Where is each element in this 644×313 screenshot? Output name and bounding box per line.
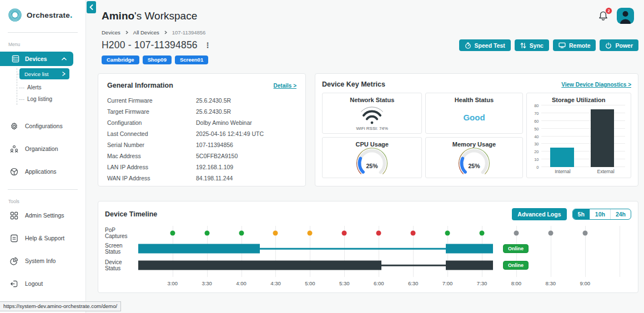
sidebar-item-label: Logout (25, 280, 43, 287)
notifications-button[interactable]: 2 (597, 10, 609, 22)
remote-button[interactable]: Remote (553, 39, 596, 51)
range-tab-5h[interactable]: 5h (573, 209, 590, 219)
gridline (541, 105, 626, 105)
pop-capture-dot-red[interactable] (411, 231, 416, 236)
device-key-metrics-card: Device Key Metrics View Device Diagnosti… (315, 73, 638, 186)
subcard-title: Network Status (350, 97, 394, 103)
info-row: Current Firmware25.6.2430.5R (107, 95, 296, 106)
info-label: Current Firmware (107, 97, 196, 104)
power-button[interactable]: Power (600, 39, 638, 51)
breadcrumb-all-devices[interactable]: All Devices (133, 29, 159, 36)
sidebar-item-system-info[interactable]: System Info (0, 254, 85, 267)
x-tick-label: Internal (541, 169, 585, 174)
sidebar-item-applications[interactable]: Applications (0, 165, 85, 178)
pop-capture-dot-gray[interactable] (582, 231, 587, 236)
row-label: Screen Status (105, 243, 138, 255)
chevron-right-icon (164, 31, 167, 34)
info-value: 25.6.2430.5R (196, 97, 231, 104)
sub-item-label: Log listing (27, 96, 52, 102)
view-device-diagnostics-link[interactable]: View Device Diagnostics > (561, 82, 631, 88)
grid-icon (9, 211, 18, 220)
info-label: Configuration (107, 119, 196, 126)
tools-section-label: Tools (8, 199, 85, 204)
sidebar-item-label: Devices (25, 55, 56, 62)
user-avatar-icon (617, 8, 634, 24)
storage-utilization-card: Storage Utilization 01020304050607080 In… (526, 93, 632, 178)
button-label: Sync (530, 42, 544, 49)
info-row: WAN IP Address84.198.11.244 (107, 173, 296, 184)
row-label: Device Status (105, 259, 138, 271)
sidebar-item-organization[interactable]: Organization (0, 142, 85, 155)
pop-capture-dot-amber[interactable] (308, 231, 313, 236)
sidebar-item-help-support[interactable]: Help & Support (0, 231, 85, 245)
sidebar-item-log-listing[interactable]: Log listing (19, 93, 85, 105)
y-tick-label: 30 (534, 142, 539, 147)
device-actions: Speed Test Sync Remote Power (459, 39, 638, 51)
time-tick-label: 7:30 (477, 280, 487, 286)
sidebar-item-label: System Info (25, 258, 56, 264)
chevron-up-icon (62, 57, 67, 60)
info-value: 84.198.11.244 (196, 175, 233, 181)
cpu-gauge: 25% (342, 148, 402, 175)
y-tick-label: 70 (534, 110, 539, 115)
sync-button[interactable]: Sync (515, 39, 549, 51)
time-tick-label: 3:00 (167, 280, 178, 286)
info-label: Last Connected (107, 130, 196, 137)
remote-icon (559, 42, 566, 48)
subcard-title: Health Status (455, 97, 494, 103)
y-tick-label: 60 (534, 118, 539, 123)
info-label: LAN IP Address (107, 164, 196, 170)
status-segment-thin (260, 248, 446, 250)
sidebar-item-logout[interactable]: Logout (0, 277, 85, 290)
time-tick-label: 8:30 (546, 280, 556, 286)
menu-section-label: Menu (8, 42, 85, 47)
pop-capture-dot-green[interactable] (204, 231, 209, 236)
workspace-header: Amino's Workspace 2 (98, 0, 638, 24)
notification-badge: 2 (605, 7, 612, 14)
sidebar-item-device-list[interactable]: Device list (19, 68, 69, 79)
device-title: H200 - 107-11394856 (102, 39, 198, 51)
subcard-title: CPU Usage (356, 141, 389, 148)
time-tick-label: 6:00 (374, 280, 384, 286)
sidebar-item-alerts[interactable]: Alerts (19, 82, 85, 93)
range-tab-10h[interactable]: 10h (590, 209, 610, 219)
status-segment-thick (138, 261, 381, 270)
pop-capture-dot-red[interactable] (342, 231, 347, 236)
pop-capture-dot-green[interactable] (479, 231, 484, 236)
status-bar-url: https://system-dev.amino-orchestrate.com… (0, 301, 121, 311)
pop-capture-dot-green[interactable] (445, 231, 450, 236)
sidebar-item-configurations[interactable]: Configurations (0, 119, 85, 133)
cpu-usage-card: CPU Usage 25% (322, 137, 422, 178)
pop-capture-dot-red[interactable] (376, 231, 381, 236)
sidebar-item-devices[interactable]: Devices (0, 52, 73, 66)
storage-x-labels: InternalExternal (530, 169, 628, 174)
pop-capture-dot-gray[interactable] (548, 231, 553, 236)
kebab-menu-icon[interactable]: ⋮ (204, 42, 212, 49)
devices-icon (12, 55, 19, 63)
device-tag: Cambridge (102, 55, 139, 64)
y-tick-label: 0 (536, 165, 539, 170)
info-value: 5C0FFB2A9150 (196, 153, 238, 159)
pop-capture-dot-amber[interactable] (273, 231, 278, 236)
pop-capture-dot-green[interactable] (170, 231, 175, 236)
range-tab-24h[interactable]: 24h (610, 209, 631, 219)
pop-capture-dot-gray[interactable] (514, 231, 519, 236)
pop-capture-dot-green[interactable] (239, 231, 244, 236)
avatar[interactable] (617, 8, 634, 24)
info-label: Serial Number (107, 142, 196, 148)
speed-test-button[interactable]: Speed Test (459, 39, 511, 51)
breadcrumb-devices[interactable]: Devices (102, 29, 120, 36)
sidebar-item-label: Help & Support (25, 235, 64, 241)
devices-subtree: Device list Alerts Log listing (17, 68, 85, 105)
y-tick-label: 80 (534, 103, 539, 108)
subcard-title: Storage Utilization (552, 97, 606, 103)
collapse-sidebar-button[interactable] (87, 1, 96, 13)
button-label: Remote (569, 42, 591, 49)
time-tick-label: 7:00 (442, 280, 453, 286)
subcard-title: Memory Usage (452, 141, 496, 148)
people-icon (9, 145, 18, 153)
sidebar-item-admin-settings[interactable]: Admin Settings (0, 209, 85, 222)
advanced-logs-button[interactable]: Advanced Logs (512, 208, 566, 220)
details-link[interactable]: Details > (274, 83, 296, 89)
workspace-name: Amino (102, 10, 134, 22)
